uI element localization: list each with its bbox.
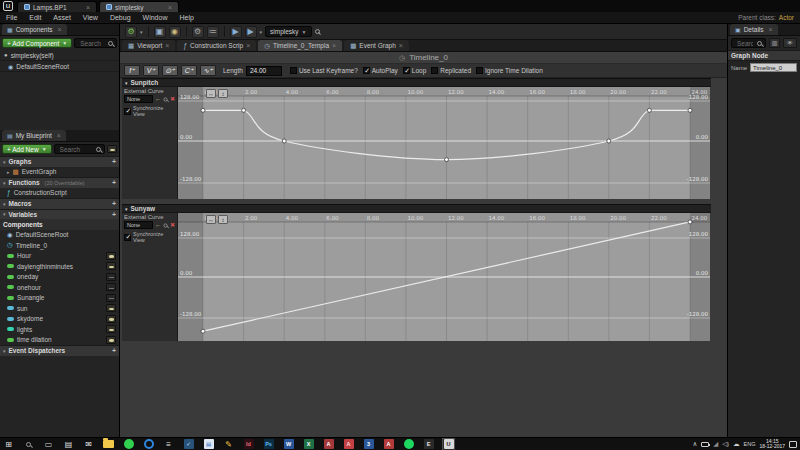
indesign-icon[interactable]: Id — [243, 439, 254, 450]
word-icon[interactable]: W — [283, 439, 294, 450]
close-icon[interactable]: × — [86, 4, 90, 11]
messaging-app-icon[interactable]: ✓ — [183, 439, 194, 450]
add-icon[interactable]: + — [112, 158, 116, 165]
variable-onehour[interactable]: onehour — [0, 282, 119, 293]
variable-sun[interactable]: sun — [0, 303, 119, 314]
window-tab-simplesky[interactable]: simplesky× — [99, 1, 179, 12]
keyframe[interactable] — [201, 108, 205, 112]
visibility-eye-icon[interactable] — [106, 283, 116, 291]
blueprint-item-defaultsceneroot[interactable]: ◉DefaultSceneRoot — [0, 230, 119, 241]
save-icon[interactable]: ▣ — [154, 26, 166, 38]
class-defaults-icon[interactable]: ≔ — [207, 26, 219, 38]
close-icon[interactable]: × — [332, 42, 336, 49]
keyframe[interactable] — [282, 139, 286, 143]
find-in-content-browser-icon[interactable]: ◉ — [169, 26, 181, 38]
variable-oneday[interactable]: oneday — [0, 272, 119, 283]
use-selected-arrow-icon[interactable]: ← — [155, 222, 161, 228]
add-external-curve-button[interactable]: ∿⁺ — [200, 65, 216, 76]
asset-picker-dropdown[interactable]: simplesky ▼ — [265, 26, 312, 37]
section-graphs[interactable]: ▾Graphs+ — [0, 156, 119, 167]
photoshop-icon[interactable]: Ps — [263, 439, 274, 450]
visibility-eye-icon[interactable] — [106, 294, 116, 302]
synchronize-view-row[interactable]: Synchronize View — [124, 231, 175, 243]
expander-icon[interactable]: ▸ — [7, 169, 10, 175]
variable-skydome[interactable]: skydome — [0, 314, 119, 325]
close-icon[interactable]: × — [165, 42, 169, 49]
fit-horizontal-icon[interactable]: ↔ — [206, 215, 216, 224]
track-header-sunpitch[interactable]: ▾Sunpitch — [122, 78, 711, 87]
pen-app-icon[interactable]: ✎ — [223, 439, 234, 450]
clock-tray[interactable]: 14:15 18-12-2017 — [759, 439, 785, 450]
my-blueprint-search[interactable] — [54, 144, 105, 154]
play-options-caret-icon[interactable]: ▾ — [260, 29, 263, 35]
fit-horizontal-icon[interactable]: ↔ — [206, 89, 216, 98]
variable-lights[interactable]: lights — [0, 324, 119, 335]
keyframe[interactable] — [688, 108, 692, 112]
length-input[interactable] — [246, 66, 282, 76]
checkbox-box[interactable] — [431, 67, 438, 74]
menu-item-view[interactable]: View — [77, 14, 104, 21]
keyframe[interactable] — [688, 220, 692, 224]
blueprint-item-eventgraph[interactable]: ▸▩EventGraph — [0, 167, 119, 178]
variable-daylengthinminutes[interactable]: daylengthinminutes — [0, 261, 119, 272]
visibility-eye-icon[interactable] — [106, 336, 116, 344]
taskbar-search-icon[interactable] — [23, 439, 34, 450]
component-item-simplesky-self-[interactable]: ●simplesky(self) — [0, 50, 119, 61]
checkbox-ignore-time-dilation[interactable]: Ignore Time Dilation — [476, 67, 543, 74]
display-filter-icon[interactable]: 👁 — [783, 38, 797, 48]
my-blueprint-search-input[interactable] — [58, 145, 94, 154]
tab-details[interactable]: ▣ Details × — [730, 24, 778, 35]
add-float-track-button[interactable]: f⁺ — [124, 65, 140, 76]
expander-icon[interactable]: ▾ — [125, 80, 128, 86]
class-settings-icon[interactable]: ⚙ — [192, 26, 204, 38]
visibility-eye-icon[interactable] — [106, 325, 116, 333]
adobe-app-icon[interactable]: A — [343, 439, 354, 450]
close-icon[interactable]: × — [246, 42, 250, 49]
checkbox-loop[interactable]: Loop — [403, 67, 426, 74]
checkbox-box[interactable] — [403, 67, 410, 74]
add-component-button[interactable]: + Add Component ▼ — [2, 38, 72, 48]
keyframe[interactable] — [607, 139, 611, 143]
close-icon[interactable]: × — [399, 42, 403, 49]
section-macros[interactable]: ▾Macros+ — [0, 198, 119, 209]
add-icon[interactable]: + — [112, 200, 116, 207]
keyframe[interactable] — [647, 108, 651, 112]
task-view-icon[interactable]: ▭ — [43, 439, 54, 450]
sunpitch-curve-graph[interactable]: 0.002.004.006.008.0010.0012.0014.0016.00… — [178, 87, 710, 199]
variable-hour[interactable]: Hour — [0, 251, 119, 262]
menu-item-asset[interactable]: Asset — [47, 14, 77, 21]
section-components[interactable]: Components — [0, 219, 119, 230]
access-icon[interactable]: A — [323, 439, 334, 450]
file-explorer-icon[interactable] — [103, 439, 114, 450]
synchronize-view-row[interactable]: Synchronize View — [124, 105, 175, 117]
node-name-input[interactable] — [750, 63, 797, 72]
app-3-icon[interactable]: 3 — [363, 439, 374, 450]
add-icon[interactable]: + — [112, 179, 116, 186]
document-app-icon[interactable]: ▤ — [203, 439, 214, 450]
section-functions[interactable]: ▾Functions(20 Overridable)+ — [0, 177, 119, 188]
keyframe[interactable] — [242, 108, 246, 112]
close-icon[interactable]: × — [58, 26, 62, 33]
close-icon[interactable]: × — [168, 4, 172, 11]
visibility-eye-icon[interactable] — [106, 252, 116, 260]
variable-time-dilation[interactable]: time dilation — [0, 335, 119, 346]
network-icon[interactable]: ◢ — [713, 440, 718, 448]
add-color-track-button[interactable]: C⁺ — [181, 65, 197, 76]
unreal-engine-icon[interactable]: U — [443, 439, 454, 450]
close-icon[interactable]: × — [769, 26, 773, 33]
components-search-input[interactable] — [78, 39, 106, 48]
tab-event-graph[interactable]: ▩Event Graph× — [344, 40, 409, 51]
spotify-icon[interactable] — [403, 439, 414, 450]
epic-games-icon[interactable]: E — [423, 439, 434, 450]
notes-app-icon[interactable]: ≡ — [163, 439, 174, 450]
dropdown-caret-icon[interactable]: ▾ — [140, 29, 143, 35]
checkbox-box[interactable] — [124, 108, 131, 115]
track-header-sunyaw[interactable]: ▾Sunyaw — [122, 204, 711, 213]
onedrive-cloud-icon[interactable]: ☁ — [733, 440, 740, 448]
menu-item-edit[interactable]: Edit — [23, 14, 47, 21]
component-item-defaultsceneroot[interactable]: ◉DefaultSceneRoot — [0, 61, 119, 72]
visibility-eye-icon[interactable] — [106, 315, 116, 323]
blueprint-item-constructionscript[interactable]: ƒConstructionScript — [0, 188, 119, 199]
add-icon[interactable]: + — [112, 347, 116, 354]
checkbox-use-last-keyframe-[interactable]: Use Last Keyframe? — [290, 67, 358, 74]
